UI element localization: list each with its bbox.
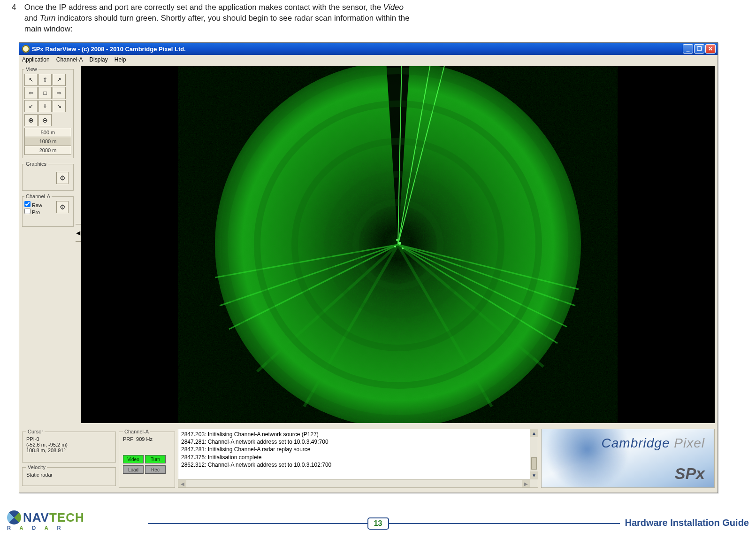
maximize-button[interactable]: ❐ — [694, 44, 704, 54]
prf-value: PRF: 909 Hz — [123, 436, 171, 442]
indicator-rec: Rec — [145, 465, 166, 474]
indicator-load: Load — [123, 465, 144, 474]
arrow-se-icon[interactable]: ↘ — [53, 100, 66, 112]
page-number: 13 — [367, 517, 389, 530]
txt2: and — [24, 14, 40, 23]
scroll-left-icon[interactable]: ◀ — [178, 480, 186, 487]
guide-title: Hardware Installation Guide — [620, 517, 749, 528]
log-scrollbar-horizontal[interactable]: ◀ ▶ — [178, 479, 530, 487]
svg-point-19 — [402, 247, 404, 249]
velocity-panel: Velocity Static radar — [22, 464, 116, 486]
scroll-down-icon[interactable]: ▼ — [530, 471, 538, 479]
arrow-ne-icon[interactable]: ↗ — [53, 74, 66, 86]
cursor-ppi: PPI-0 — [26, 436, 112, 442]
menu-help[interactable]: Help — [115, 56, 126, 63]
graphics-settings-icon[interactable]: ⚙ — [56, 172, 69, 184]
cursor-legend: Cursor — [26, 429, 45, 434]
svg-point-17 — [398, 242, 401, 245]
txt3: indicators should turn green. Shortly af… — [24, 14, 410, 33]
log-text[interactable]: 2847.203: Initialising Channel-A network… — [178, 429, 538, 487]
step-number: 4 — [12, 2, 22, 13]
channel-a-panel: Channel-A Raw Pro ⚙ — [22, 193, 74, 227]
logo-swirl-icon — [7, 510, 21, 525]
menu-application[interactable]: Application — [22, 56, 50, 63]
page-footer: NAVTECH R A D A R 13 Hardware Installati… — [7, 508, 749, 536]
video-word: Video — [383, 3, 404, 12]
document-step: 4 Once the IP address and port are corre… — [12, 2, 434, 35]
menubar: Application Channel-A Display Help — [19, 55, 718, 64]
velocity-legend: Velocity — [26, 464, 47, 470]
zoom-in-icon[interactable] — [24, 114, 38, 126]
step-body: Once the IP address and port are correct… — [24, 2, 414, 35]
view-legend: View — [24, 66, 38, 72]
brand-spx: SPx — [675, 464, 705, 483]
velocity-value: Static radar — [26, 472, 112, 478]
window-title: SPx RadarView - (c) 2008 - 2010 Cambridg… — [32, 46, 186, 53]
channel-a-legend: Channel-A — [24, 193, 52, 199]
log-scrollbar-vertical[interactable]: ▲ ▼ — [530, 429, 538, 479]
client-area: View ↖ ⇧ ↗ ⇦ □ ⇨ ↙ ⇩ ↘ 500 m — [22, 66, 715, 490]
range-2000m[interactable]: 2000 m — [24, 146, 71, 155]
scroll-right-icon[interactable]: ▶ — [522, 480, 530, 487]
indicator-video: Video — [123, 455, 144, 463]
minimize-button[interactable]: _ — [683, 44, 693, 54]
center-icon[interactable]: □ — [38, 87, 52, 99]
cursor-coords: (-52.6 m, -95.2 m) — [26, 442, 112, 447]
graphics-legend: Graphics — [24, 161, 48, 167]
channel-a-settings-icon[interactable]: ⚙ — [56, 201, 69, 213]
raw-checkbox[interactable]: Raw — [24, 201, 42, 208]
graphics-panel: Graphics ⚙ — [22, 161, 74, 191]
zoom-out-icon[interactable] — [38, 114, 52, 126]
svg-point-18 — [394, 246, 396, 247]
menu-channel-a[interactable]: Channel-A — [56, 56, 83, 63]
range-list: 500 m 1000 m 2000 m — [24, 128, 71, 155]
txt1: Once the IP address and port are correct… — [24, 3, 383, 12]
arrow-down-icon[interactable]: ⇩ — [38, 100, 52, 112]
range-500m[interactable]: 500 m — [24, 128, 71, 137]
arrow-sw-icon[interactable]: ↙ — [24, 100, 38, 112]
turn-word: Turn — [40, 14, 56, 23]
arrow-right-icon[interactable]: ⇨ — [53, 87, 66, 99]
view-panel: View ↖ ⇧ ↗ ⇦ □ ⇨ ↙ ⇩ ↘ 500 m — [22, 66, 74, 158]
raw-label: Raw — [32, 202, 42, 208]
arrow-nw-icon[interactable]: ↖ — [24, 74, 38, 86]
navtech-logo: NAVTECH R A D A R — [7, 510, 84, 531]
channel-a-status-panel: Channel-A PRF: 909 Hz Video Turn Load Re… — [119, 429, 175, 488]
radar-display[interactable] — [81, 66, 715, 423]
arrow-up-icon[interactable]: ⇧ — [38, 74, 52, 86]
arrow-left-icon[interactable]: ⇦ — [24, 87, 38, 99]
indicator-turn: Turn — [145, 455, 166, 463]
titlebar[interactable]: SPx RadarView - (c) 2008 - 2010 Cambridg… — [19, 43, 718, 55]
log-panel: 2847.203: Initialising Channel-A network… — [178, 429, 538, 488]
cursor-panel: Cursor PPI-0 (-52.6 m, -95.2 m) 108.8 m,… — [22, 429, 116, 463]
cursor-polar: 108.8 m, 208.91° — [26, 447, 112, 453]
status-row: Cursor PPI-0 (-52.6 m, -95.2 m) 108.8 m,… — [22, 429, 715, 490]
scrollbar-corner — [530, 479, 538, 487]
scroll-thumb[interactable] — [531, 457, 537, 470]
svg-point-20 — [396, 239, 398, 241]
left-panel-column: View ↖ ⇧ ↗ ⇦ □ ⇨ ↙ ⇩ ↘ 500 m — [22, 66, 74, 490]
channel-a-status-legend: Channel-A — [123, 429, 150, 434]
brand-panel: Cambridge Pixel SPx — [541, 429, 715, 488]
brand-cambridge-pixel: Cambridge Pixel — [602, 436, 705, 451]
pro-label: Pro — [32, 209, 40, 215]
range-1000m[interactable]: 1000 m — [24, 137, 71, 146]
pro-checkbox[interactable]: Pro — [24, 208, 42, 215]
close-button[interactable]: ✕ — [705, 44, 716, 54]
menu-display[interactable]: Display — [89, 56, 107, 63]
app-icon — [22, 45, 30, 53]
app-window: SPx RadarView - (c) 2008 - 2010 Cambridg… — [19, 42, 718, 493]
side-collapse-tab[interactable]: ◀ — [76, 224, 81, 242]
scroll-up-icon[interactable]: ▲ — [530, 429, 538, 437]
